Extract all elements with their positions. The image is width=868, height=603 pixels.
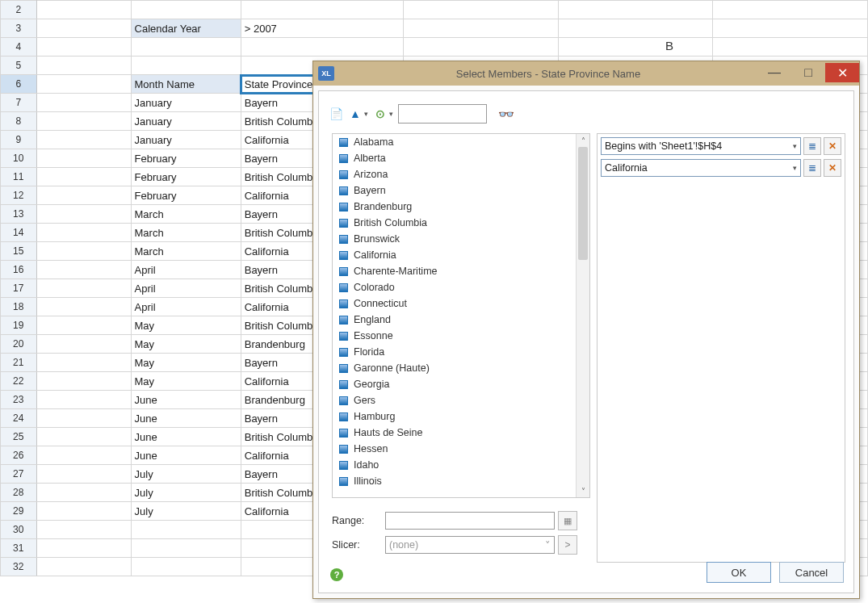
cell[interactable]: [36, 57, 131, 75]
cell[interactable]: [36, 446, 131, 465]
cell[interactable]: [36, 94, 131, 112]
row-header[interactable]: 7: [1, 94, 37, 112]
cell[interactable]: [131, 558, 241, 576]
cell[interactable]: [36, 484, 131, 502]
member-item[interactable]: Brunswick: [333, 231, 577, 247]
cell[interactable]: January: [131, 131, 241, 149]
row-header[interactable]: 23: [1, 391, 37, 409]
minimize-button[interactable]: —: [757, 63, 791, 82]
row-header[interactable]: 26: [1, 446, 37, 465]
search-input[interactable]: [398, 104, 487, 124]
cell[interactable]: [36, 316, 131, 335]
member-item[interactable]: Gers: [333, 392, 577, 408]
cell[interactable]: April: [131, 298, 241, 316]
member-item[interactable]: Brandenburg: [333, 199, 577, 215]
row-header[interactable]: 8: [1, 112, 37, 131]
row-header[interactable]: 30: [1, 521, 37, 539]
cell[interactable]: [36, 354, 131, 372]
cell[interactable]: June: [131, 409, 241, 428]
cell[interactable]: January: [131, 112, 241, 131]
scroll-down[interactable]: ˅: [577, 484, 589, 497]
cell[interactable]: [131, 57, 241, 75]
cell[interactable]: [36, 465, 131, 484]
cell[interactable]: January: [131, 94, 241, 112]
row-header[interactable]: 32: [1, 558, 37, 576]
member-item[interactable]: British Columbia: [333, 215, 577, 231]
member-item[interactable]: Illinois: [333, 473, 577, 489]
cell[interactable]: May: [131, 335, 241, 354]
member-item[interactable]: Alabama: [333, 134, 577, 150]
cell[interactable]: May: [131, 354, 241, 372]
row-header[interactable]: 5: [1, 57, 37, 75]
member-item[interactable]: Hamburg: [333, 408, 577, 425]
cell[interactable]: [404, 38, 559, 57]
cell[interactable]: April: [131, 261, 241, 279]
member-item[interactable]: Alberta: [333, 150, 577, 166]
cell[interactable]: July: [131, 502, 241, 521]
slicer-combo[interactable]: (none)˅: [385, 536, 555, 554]
cell[interactable]: [713, 19, 868, 38]
cell[interactable]: Calendar Year: [131, 19, 241, 38]
range-input[interactable]: [385, 512, 555, 530]
cell[interactable]: [36, 112, 131, 131]
cell[interactable]: [36, 502, 131, 521]
filter-combo[interactable]: Begins with 'Sheet1'!$H$4▾: [601, 137, 801, 155]
cell[interactable]: [558, 38, 713, 57]
cell[interactable]: [36, 539, 131, 558]
cell[interactable]: June: [131, 428, 241, 446]
row-header[interactable]: 12: [1, 186, 37, 205]
cell[interactable]: [36, 38, 131, 57]
member-list[interactable]: AlabamaAlbertaArizonaBayernBrandenburgBr…: [332, 133, 590, 498]
cell[interactable]: [36, 335, 131, 354]
member-item[interactable]: Bayern: [333, 182, 577, 199]
scroll-thumb[interactable]: [578, 147, 588, 260]
cell[interactable]: [36, 409, 131, 428]
cell[interactable]: [36, 131, 131, 149]
cell[interactable]: [36, 205, 131, 224]
cell[interactable]: March: [131, 224, 241, 242]
filter-delete-button[interactable]: ✕: [824, 137, 841, 155]
row-header[interactable]: 21: [1, 354, 37, 372]
cell[interactable]: May: [131, 316, 241, 335]
filter-edit-button[interactable]: ≣: [803, 137, 821, 155]
maximize-button[interactable]: □: [791, 63, 825, 82]
row-header[interactable]: 6: [1, 75, 37, 94]
slicer-go-button[interactable]: >: [558, 535, 577, 555]
row-header[interactable]: 10: [1, 149, 37, 168]
row-header[interactable]: 19: [1, 316, 37, 335]
row-header[interactable]: 15: [1, 242, 37, 261]
ok-button[interactable]: OK: [707, 562, 771, 583]
cell[interactable]: [713, 38, 868, 57]
cell[interactable]: [36, 224, 131, 242]
link-dropdown[interactable]: ▾: [389, 110, 393, 118]
help-button[interactable]: ?: [330, 568, 343, 581]
member-item[interactable]: Garonne (Haute): [333, 360, 577, 376]
row-header[interactable]: 4: [1, 38, 37, 57]
row-header[interactable]: 17: [1, 279, 37, 298]
cell[interactable]: [36, 1, 131, 19]
filter-combo[interactable]: California▾: [601, 159, 801, 177]
row-header[interactable]: 2: [1, 1, 37, 19]
cell[interactable]: May: [131, 372, 241, 391]
scroll-up[interactable]: ˄: [577, 134, 589, 147]
cell[interactable]: July: [131, 465, 241, 484]
cell[interactable]: [404, 1, 559, 19]
member-item[interactable]: Florida: [333, 344, 577, 360]
member-item[interactable]: Georgia: [333, 376, 577, 392]
cell[interactable]: [36, 428, 131, 446]
cell[interactable]: [131, 539, 241, 558]
cell[interactable]: July: [131, 484, 241, 502]
row-header[interactable]: 27: [1, 465, 37, 484]
cell[interactable]: [36, 19, 131, 38]
cell[interactable]: April: [131, 279, 241, 298]
row-header[interactable]: 25: [1, 428, 37, 446]
cell[interactable]: February: [131, 168, 241, 186]
cell[interactable]: [36, 279, 131, 298]
row-header[interactable]: 29: [1, 502, 37, 521]
member-item[interactable]: England: [333, 312, 577, 328]
cell[interactable]: [36, 372, 131, 391]
cell[interactable]: Month Name: [131, 75, 241, 94]
cell[interactable]: [36, 242, 131, 261]
spectacles-icon[interactable]: 👓: [498, 107, 514, 122]
cell[interactable]: [36, 261, 131, 279]
